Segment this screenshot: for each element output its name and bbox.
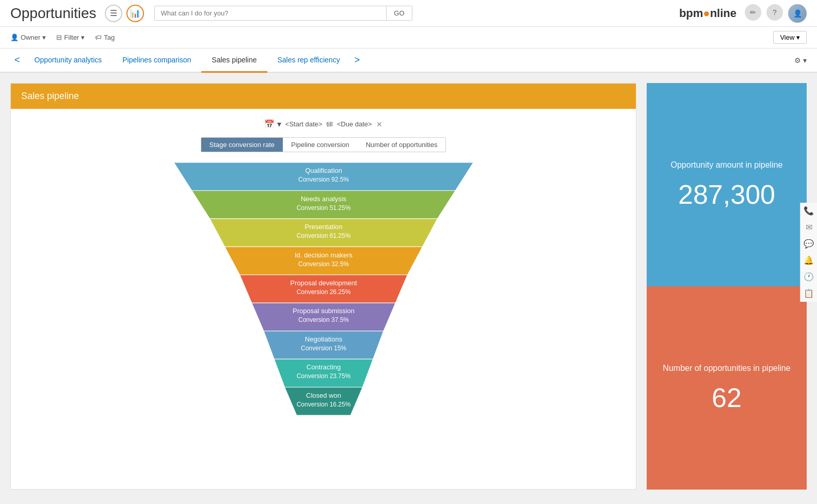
tab-sales-pipeline[interactable]: Sales pipeline [201, 48, 267, 73]
svg-text:Conversion 92.5%: Conversion 92.5% [298, 176, 348, 183]
tab-nav-right[interactable]: > [350, 48, 364, 72]
help-icon[interactable]: ? [766, 4, 783, 21]
chat-icon[interactable]: 💬 [800, 236, 817, 252]
filter-chevron: ▾ [81, 34, 85, 41]
svg-text:Negotiations: Negotiations [305, 335, 342, 343]
clipboard-icon[interactable]: 📋 [800, 285, 817, 302]
clock-icon[interactable]: 🕐 [800, 269, 817, 285]
svg-text:Conversion 23.75%: Conversion 23.75% [296, 372, 350, 380]
date-clear-button[interactable]: ✕ [376, 120, 382, 128]
brush-icon[interactable]: ✏ [745, 4, 761, 21]
date-end-text: <Due date> [337, 120, 372, 128]
svg-text:Contracting: Contracting [306, 363, 340, 371]
bell-icon[interactable]: 🔔 [800, 252, 817, 269]
user-icons: ✏ ? 👤 [745, 4, 807, 23]
metric-amount-label: Opportunity amount in pipeline [670, 159, 782, 171]
metric-count-value: 62 [712, 382, 742, 413]
svg-text:Conversion 16.25%: Conversion 16.25% [296, 401, 350, 408]
tab-settings[interactable]: ⚙ ▾ [794, 49, 807, 72]
metric-count-label: Number of opportunities in pipeline [663, 363, 790, 374]
svg-text:Conversion 15%: Conversion 15% [300, 345, 346, 352]
filter-icon: ⊟ [56, 34, 62, 41]
funnel-chart: QualificationConversion 92.5%Needs analy… [21, 162, 626, 415]
date-filter: 📅 ▾ <Start date> till <Due date> ✕ [21, 119, 626, 129]
toolbar: 👤 Owner ▾ ⊟ Filter ▾ 🏷 Tag View ▾ [0, 27, 817, 48]
search-button[interactable]: GO [386, 6, 411, 20]
bpmonline-logo: bpm●nline [679, 7, 736, 20]
tabs-bar: < Opportunity analytics Pipelines compar… [0, 48, 817, 73]
toggle-number-opportunities[interactable]: Number of opportunities [358, 138, 446, 152]
toggle-stage-conversion[interactable]: Stage conversion rate [201, 138, 283, 152]
metric-panel-count: Number of opportunities in pipeline 62 [647, 286, 807, 490]
svg-text:Conversion 32.5%: Conversion 32.5% [298, 261, 348, 268]
svg-text:Closed won: Closed won [306, 392, 341, 399]
header: Opportunities ☰ 📊 GO bpm●nline ✏ ? 👤 [0, 0, 817, 27]
tag-icon: 🏷 [95, 34, 102, 41]
tab-sales-rep-efficiency[interactable]: Sales rep efficiency [267, 48, 350, 73]
chart-icon[interactable]: 📊 [126, 5, 144, 22]
view-button[interactable]: View ▾ [773, 31, 807, 44]
svg-text:Proposal submission: Proposal submission [293, 307, 355, 315]
toggle-buttons-group: Stage conversion rate Pipeline conversio… [201, 137, 446, 152]
calendar-icon[interactable]: 📅 ▾ [264, 119, 281, 129]
svg-text:Presentation: Presentation [305, 223, 342, 231]
toggle-pipeline-conversion[interactable]: Pipeline conversion [283, 138, 358, 152]
tab-pipelines-comparison[interactable]: Pipelines comparison [112, 48, 201, 73]
tab-opportunity-analytics[interactable]: Opportunity analytics [24, 48, 113, 73]
svg-text:Conversion 26.25%: Conversion 26.25% [296, 288, 350, 296]
phone-icon[interactable]: 📞 [800, 203, 817, 219]
metric-amount-value: 287,300 [678, 179, 775, 210]
svg-text:Conversion 37.5%: Conversion 37.5% [298, 316, 348, 323]
svg-text:Needs analysis: Needs analysis [300, 195, 346, 203]
owner-filter[interactable]: 👤 Owner ▾ [10, 34, 46, 41]
svg-text:Id. decision makers: Id. decision makers [295, 251, 353, 259]
metric-panel-amount: Opportunity amount in pipeline 287,300 [647, 83, 807, 286]
search-bar: GO [154, 6, 412, 21]
funnel-svg: QualificationConversion 92.5%Needs analy… [174, 162, 473, 415]
search-input[interactable] [155, 6, 387, 20]
tag-control[interactable]: 🏷 Tag [95, 34, 115, 41]
email-icon[interactable]: ✉ [800, 219, 817, 236]
avatar[interactable]: 👤 [788, 4, 807, 23]
pipeline-panel: Sales pipeline 📅 ▾ <Start date> till <Du… [10, 83, 636, 490]
tab-nav-left[interactable]: < [10, 48, 24, 72]
date-start-text: <Start date> [285, 120, 323, 128]
svg-text:Qualification: Qualification [305, 167, 342, 174]
filter-control[interactable]: ⊟ Filter ▾ [56, 34, 85, 41]
owner-chevron: ▾ [42, 34, 46, 41]
svg-text:Conversion 61.25%: Conversion 61.25% [296, 232, 350, 239]
pipeline-title: Sales pipeline [21, 91, 79, 101]
header-icon-group: ☰ 📊 [105, 5, 144, 22]
right-panels: Opportunity amount in pipeline 287,300 N… [647, 83, 807, 490]
menu-icon[interactable]: ☰ [105, 5, 122, 22]
main-content: Sales pipeline 📅 ▾ <Start date> till <Du… [0, 73, 817, 500]
side-actions: 📞 ✉ 💬 🔔 🕐 📋 [800, 203, 817, 302]
person-icon: 👤 [10, 34, 19, 41]
pipeline-panel-header: Sales pipeline [11, 84, 636, 109]
svg-text:Conversion 51.25%: Conversion 51.25% [296, 204, 350, 212]
date-till-text: till [326, 120, 332, 128]
header-right: bpm●nline ✏ ? 👤 [679, 4, 807, 23]
svg-text:Proposal development: Proposal development [290, 279, 357, 287]
app-title: Opportunities [10, 5, 97, 22]
pipeline-content: 📅 ▾ <Start date> till <Due date> ✕ Stage… [11, 109, 636, 426]
